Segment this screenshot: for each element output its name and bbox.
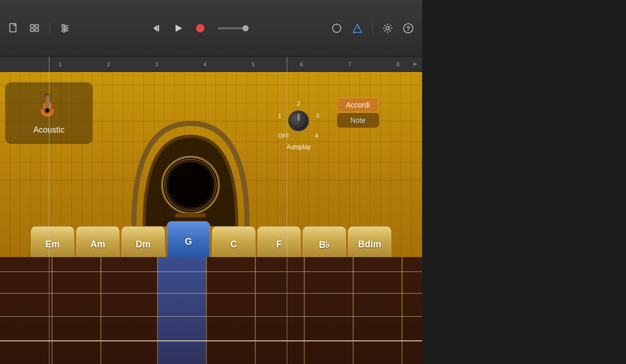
string-1 — [0, 271, 422, 272]
fretboard[interactable] — [0, 257, 422, 364]
svg-rect-1 — [30, 25, 34, 27]
knob-3-label: 3 — [316, 113, 319, 119]
mixer-icon[interactable] — [57, 21, 73, 36]
knob-2-label: 2 — [297, 100, 300, 106]
timeline-ruler: 1 2 3 4 5 6 7 8 + — [0, 57, 422, 72]
knob-dial[interactable] — [288, 111, 309, 131]
svg-point-9 — [65, 27, 67, 29]
fret-line — [100, 257, 101, 364]
autoplay-label: Autoplay — [287, 143, 311, 151]
svg-marker-13 — [176, 25, 182, 32]
svg-rect-3 — [35, 25, 39, 27]
toolbar-separator-2 — [372, 22, 373, 34]
string-2 — [0, 293, 422, 294]
svg-rect-12 — [158, 25, 159, 31]
ruler-mark-7: 7 — [326, 61, 374, 67]
svg-text:?: ? — [406, 25, 410, 32]
new-document-icon[interactable] — [6, 21, 22, 36]
knob-4-label: 4 — [315, 133, 318, 139]
playhead-2 — [287, 57, 287, 364]
help-icon[interactable]: ? — [401, 21, 416, 36]
knob-off-label: OFF — [278, 133, 289, 139]
string-3 — [0, 316, 422, 317]
fret-line — [402, 257, 403, 364]
svg-point-18 — [386, 27, 389, 30]
master-volume-icon[interactable] — [329, 21, 344, 36]
svg-point-14 — [196, 24, 204, 32]
ruler-mark-3: 3 — [133, 61, 181, 67]
svg-point-15 — [333, 24, 341, 32]
ruler-mark-6: 6 — [277, 61, 326, 67]
ruler-mark-5: 5 — [229, 61, 277, 67]
ruler-mark-1: 1 — [36, 61, 84, 67]
svg-point-8 — [62, 24, 65, 27]
accordi-button[interactable]: Accordi — [337, 98, 379, 112]
fret-line — [304, 257, 305, 364]
right-panel — [422, 0, 626, 364]
svg-point-31 — [165, 159, 216, 211]
playhead — [49, 57, 49, 364]
chord-buttons-row: Em Am Dm G C F B♭ Bdim — [0, 221, 422, 262]
knob-1-label: 1 — [278, 113, 281, 119]
add-track-button[interactable]: + — [412, 60, 417, 69]
svg-rect-2 — [30, 29, 34, 31]
fret-line — [51, 257, 53, 364]
rewind-button[interactable] — [149, 20, 165, 37]
settings-icon[interactable] — [380, 21, 395, 36]
active-chord-highlight — [157, 257, 206, 364]
ruler-mark-2: 2 — [84, 61, 133, 67]
volume-slider[interactable] — [218, 27, 249, 29]
guitar-area: Acoustic OFF 1 2 3 4 — [0, 72, 422, 364]
fret-line — [353, 257, 354, 364]
svg-marker-11 — [153, 25, 157, 31]
toolbar: ? — [0, 0, 422, 57]
autoplay-knob[interactable]: OFF 1 2 3 4 — [278, 100, 319, 141]
svg-rect-34 — [175, 213, 206, 217]
toolbar-separator — [49, 22, 50, 34]
fret-line — [206, 257, 207, 364]
metronome-icon[interactable] — [350, 21, 365, 36]
fret-line — [255, 257, 256, 364]
chord-note-toggle: Accordi Note — [337, 98, 379, 128]
svg-rect-4 — [35, 29, 39, 31]
chord-g-button[interactable]: G — [167, 221, 210, 262]
ruler-mark-4: 4 — [181, 61, 229, 67]
note-button[interactable]: Note — [337, 113, 379, 128]
svg-point-10 — [63, 29, 65, 32]
record-button[interactable] — [192, 20, 208, 37]
string-4 — [0, 340, 422, 341]
autoplay-control[interactable]: OFF 1 2 3 4 Autoplay — [278, 100, 319, 151]
guitar-body-decoration — [113, 113, 268, 226]
fret-line — [157, 257, 158, 364]
tracks-icon[interactable] — [27, 21, 42, 36]
play-button[interactable] — [170, 20, 187, 37]
